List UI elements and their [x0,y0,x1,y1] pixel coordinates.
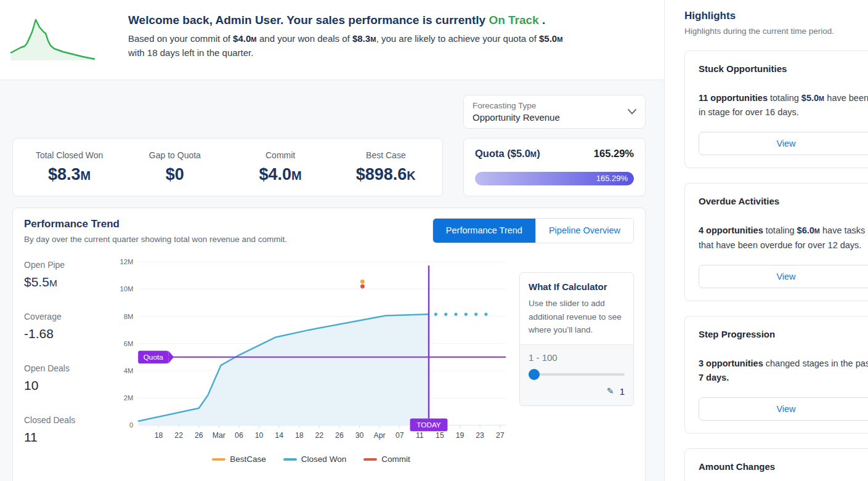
sparkline-chart [9,14,101,63]
svg-text:10M: 10M [120,285,133,293]
legend-label: BestCase [230,455,266,464]
legend-label: Commit [381,455,410,464]
welcome-banner: Welcome back, Admin User. Your sales per… [0,0,664,80]
highlights-title: Highlights [684,10,868,22]
stat-gap-to-quota: Gap to Quota $0 [122,150,227,184]
svg-text:Quota: Quota [144,353,164,361]
svg-text:26: 26 [335,431,344,440]
card-overdue-activities: Overdue Activities 4 opportunities total… [684,183,868,301]
perf-header-text: Performance Trend By day over the curren… [24,218,287,244]
welcome-title: Welcome back, Admin User. Your sales per… [128,14,567,27]
legend-item-bestcase: BestCase [212,455,266,464]
svg-text:10: 10 [255,431,264,440]
panel-subtitle: By day over the current quarter showing … [24,235,287,244]
main-content: Forecasting Type Opportunity Revenue Tot… [0,80,664,481]
svg-text:4M: 4M [124,367,134,374]
svg-text:18: 18 [155,431,163,440]
chart-side-stats: Open Pipe $5.5M Coverage -1.68 Open Deal… [24,256,112,467]
trend-chart-wrap: 12M10M8M6M4M2M0182226Mar06101418222630Ap… [112,256,511,467]
legend-swatch [283,458,297,461]
svg-text:8M: 8M [124,313,134,320]
svg-text:2M: 2M [124,394,134,402]
chart-tabs: Performance TrendPipeline Overview [432,218,634,243]
legend-item-closed-won: Closed Won [283,455,346,464]
edit-pencil-icon[interactable]: ✎ [607,386,614,396]
legend-label: Closed Won [301,455,346,464]
svg-text:22: 22 [174,431,183,440]
main-column: Welcome back, Admin User. Your sales per… [0,0,664,481]
view-button[interactable]: View [699,397,868,421]
stat-total-closed-won: Total Closed Won $8.3M [17,150,122,184]
what-if-title: What If Calculator [529,281,625,292]
slider-track[interactable] [529,373,625,376]
quota-attainment-card: Quota ($5.0M) 165.29% 165.29% [463,138,646,196]
svg-text:18: 18 [295,431,304,440]
trend-line-chart[interactable]: 12M10M8M6M4M2M0182226Mar06101418222630Ap… [112,256,511,448]
welcome-summary: Based on your commit of $4.0M and your w… [128,31,567,60]
legend-item-commit: Commit [363,455,410,464]
chevron-down-icon [628,109,636,115]
forecasting-type-select[interactable]: Forecasting Type Opportunity Revenue [463,95,646,129]
card-amount-changes: Amount Changes [684,448,868,481]
dashboard: Welcome back, Admin User. Your sales per… [0,0,868,481]
forecasting-type-label: Forecasting Type [473,101,636,110]
svg-text:14: 14 [275,431,283,440]
what-if-calculator: What If Calculator Use the slider to add… [519,272,634,406]
svg-text:06: 06 [235,431,243,440]
quota-progress-fill: 165.29% [475,172,634,185]
chart-area: Open Pipe $5.5M Coverage -1.68 Open Deal… [24,256,634,467]
forecasting-type-value: Opportunity Revenue [473,112,636,123]
view-button[interactable]: View [699,265,868,288]
card-step-progression: Step Progression 3 opportunities changed… [684,316,868,434]
legend-swatch [212,458,225,461]
stat-closed-deals: Closed Deals 11 [24,415,112,445]
highlights-sidebar: Highlights Highlights during the current… [664,0,868,481]
kpi-stats-card: Total Closed Won $8.3M Gap to Quota $0 C… [12,138,443,196]
slider-value: 1 [620,386,625,397]
quota-title: Quota ($5.0M) [475,148,540,160]
what-if-controls: 1 - 100 ✎ 1 [520,344,633,405]
svg-text:Mar: Mar [213,431,225,440]
quota-percent: 165.29% [594,148,634,160]
svg-text:12M: 12M [120,258,133,265]
svg-text:0: 0 [129,421,133,429]
svg-text:07: 07 [395,431,404,440]
what-if-description: Use the slider to add additional revenue… [529,297,625,337]
svg-text:19: 19 [456,431,464,440]
welcome-text: Welcome back, Admin User. Your sales per… [128,11,567,79]
svg-text:6M: 6M [124,340,134,347]
tab-performance-trend[interactable]: Performance Trend [433,219,535,243]
stat-open-pipe: Open Pipe $5.5M [24,260,112,289]
stat-commit: Commit $4.0M [228,150,333,184]
card-stuck-opportunities: Stuck Opportunities 11 opportunities tot… [684,51,868,168]
slider-thumb[interactable] [529,369,540,380]
revenue-slider[interactable] [529,369,625,380]
quota-progress-bar: 165.29% [475,172,634,185]
chart-legend: BestCaseClosed WonCommit [112,455,511,464]
svg-text:23: 23 [476,431,484,440]
slider-range-label: 1 - 100 [529,352,625,363]
stat-open-deals: Open Deals 10 [24,363,112,393]
svg-text:26: 26 [195,431,203,440]
legend-swatch [363,458,377,461]
status-on-track: On Track [489,14,538,26]
svg-text:22: 22 [315,431,324,440]
view-button[interactable]: View [699,132,868,155]
performance-trend-panel: Performance Trend By day over the curren… [12,208,646,481]
svg-text:27: 27 [496,431,505,440]
svg-text:15: 15 [436,431,444,440]
tab-pipeline-overview[interactable]: Pipeline Overview [535,219,633,243]
svg-text:11: 11 [416,431,424,440]
stat-best-case: Best Case $898.6K [333,150,439,184]
svg-text:Apr: Apr [374,431,386,440]
svg-text:30: 30 [355,431,364,440]
highlights-subtitle: Highlights during the current time perio… [684,26,868,36]
stat-coverage: Coverage -1.68 [24,312,112,341]
svg-text:TODAY: TODAY [416,421,441,429]
panel-title: Performance Trend [24,218,287,230]
